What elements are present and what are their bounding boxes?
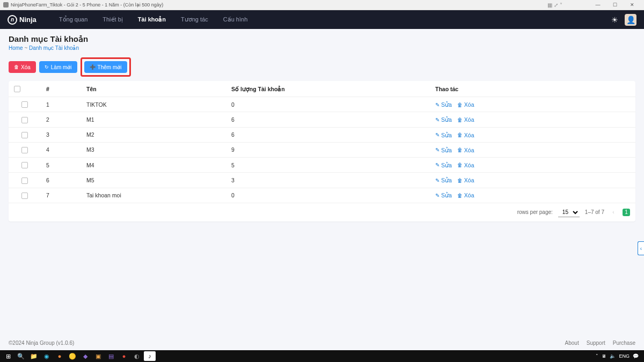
edit-action[interactable]: ✎Sửa <box>435 132 452 138</box>
row-qty: 3 <box>226 173 430 188</box>
search-icon[interactable]: 🔍 <box>15 351 27 361</box>
delete-action[interactable]: 🗑Xóa <box>457 147 474 153</box>
delete-action[interactable]: 🗑Xóa <box>457 177 474 183</box>
select-all-checkbox[interactable] <box>14 86 20 92</box>
maximize-button[interactable]: ☐ <box>606 2 624 8</box>
row-checkbox[interactable] <box>21 193 28 199</box>
edit-action[interactable]: ✎Sửa <box>435 147 452 153</box>
edit-action[interactable]: ✎Sửa <box>435 192 452 198</box>
footer-copyright: ©2024 Ninja Group (v1.0.6) <box>9 340 74 346</box>
delete-action[interactable]: 🗑Xóa <box>457 101 474 108</box>
row-name: M4 <box>81 158 226 173</box>
tray-chevron-icon[interactable]: ˄ <box>596 353 598 359</box>
row-checkbox[interactable] <box>21 178 28 184</box>
firefox-icon[interactable]: ● <box>54 351 65 361</box>
row-checkbox[interactable] <box>21 101 28 108</box>
row-num: 6 <box>41 173 81 188</box>
delete-label: Xóa <box>464 162 474 168</box>
row-name: M3 <box>81 142 226 157</box>
app5-icon[interactable]: ◐ <box>131 351 143 361</box>
add-button-label: Thêm mới <box>98 64 122 70</box>
edit-label: Sửa <box>441 101 452 108</box>
edge-icon[interactable]: ◉ <box>41 351 53 361</box>
table-row: 3M26✎Sửa🗑Xóa <box>9 127 635 142</box>
breadcrumb-home[interactable]: Home <box>9 45 23 51</box>
footer-support[interactable]: Support <box>587 340 605 346</box>
brand-logo[interactable]: n Ninja <box>8 15 36 25</box>
app6-icon[interactable]: ♪ <box>144 351 156 361</box>
trash-icon: 🗑 <box>457 162 463 168</box>
rows-per-page-select[interactable]: 15 <box>558 208 580 217</box>
row-qty: 0 <box>226 97 430 112</box>
footer-purchase[interactable]: Purchase <box>613 340 635 346</box>
explorer-icon[interactable]: 📁 <box>28 351 40 361</box>
main-content: Danh mục Tài khoản Home ~ Danh mục Tài k… <box>0 29 644 335</box>
row-num: 2 <box>41 112 81 127</box>
start-icon[interactable]: ⊞ <box>2 351 14 361</box>
system-tray: ˄ 🖥 🔈 ENG 💬 <box>596 353 642 359</box>
delete-action[interactable]: 🗑Xóa <box>457 132 474 138</box>
tray-lang[interactable]: ENG <box>619 353 630 359</box>
delete-button-label: Xóa <box>21 64 31 70</box>
delete-action[interactable]: 🗑Xóa <box>457 162 474 168</box>
edit-label: Sửa <box>441 147 452 153</box>
app3-icon[interactable]: ▤ <box>105 351 117 361</box>
data-card: # Tên Số lượng Tài khoản Thao tác 1TIKTO… <box>9 81 635 221</box>
chrome-icon[interactable]: 🟡 <box>67 351 78 361</box>
window-title-text: NinjaPhoneFarm_Tiktok - Gói 2 - 5 Phone … <box>11 2 163 8</box>
app-footer: ©2024 Ninja Group (v1.0.6) About Support… <box>0 335 644 350</box>
nav-accounts[interactable]: Tài khoản <box>138 16 166 23</box>
delete-label: Xóa <box>464 116 474 123</box>
delete-label: Xóa <box>464 101 474 108</box>
tray-network-icon[interactable]: 🖥 <box>602 353 606 359</box>
trash-icon: 🗑 <box>457 193 463 198</box>
refresh-button[interactable]: ↻ Làm mới <box>39 61 77 73</box>
delete-action[interactable]: 🗑Xóa <box>457 116 474 123</box>
row-name: M1 <box>81 112 226 127</box>
side-expand-tab[interactable]: ‹ <box>638 241 644 255</box>
row-num: 1 <box>41 97 81 112</box>
trash-icon: 🗑 <box>457 117 463 123</box>
tray-speaker-icon[interactable]: 🔈 <box>610 353 616 359</box>
close-button[interactable]: ✕ <box>624 2 641 8</box>
header-actions: Thao tác <box>430 81 635 97</box>
tray-notifications-icon[interactable]: 💬 <box>633 353 639 359</box>
row-qty: 6 <box>226 127 430 142</box>
row-checkbox[interactable] <box>21 147 28 153</box>
row-checkbox[interactable] <box>21 132 28 138</box>
row-checkbox[interactable] <box>21 162 28 168</box>
edit-action[interactable]: ✎Sửa <box>435 101 452 108</box>
brand-name: Ninja <box>19 16 36 24</box>
delete-action[interactable]: 🗑Xóa <box>457 192 474 198</box>
nav-config[interactable]: Cấu hình <box>223 16 248 23</box>
table-row: 7Tai khoan moi0✎Sửa🗑Xóa <box>9 188 635 203</box>
app2-icon[interactable]: ▣ <box>92 351 104 361</box>
page-1-button[interactable]: 1 <box>623 209 630 216</box>
app1-icon[interactable]: ◆ <box>79 351 91 361</box>
logo-icon: n <box>8 15 17 25</box>
app4-icon[interactable]: ● <box>118 351 130 361</box>
row-checkbox[interactable] <box>21 117 28 123</box>
nav-overview[interactable]: Tổng quan <box>59 16 87 23</box>
delete-button[interactable]: 🗑 Xóa <box>9 61 36 73</box>
row-name: Tai khoan moi <box>81 188 226 203</box>
minimize-button[interactable]: — <box>589 2 606 8</box>
footer-about[interactable]: About <box>565 340 579 346</box>
theme-toggle-icon[interactable]: ☀ <box>611 16 618 24</box>
nav-interact[interactable]: Tương tác <box>181 16 208 23</box>
edit-icon: ✎ <box>435 147 440 153</box>
nav-devices[interactable]: Thiết bị <box>103 16 123 23</box>
row-qty: 0 <box>226 188 430 203</box>
add-button[interactable]: ➕ Thêm mới <box>84 61 127 73</box>
pagination-range: 1–7 of 7 <box>585 209 604 215</box>
window-title-bar: NinjaPhoneFarm_Tiktok - Gói 2 - 5 Phone … <box>0 0 644 10</box>
edit-action[interactable]: ✎Sửa <box>435 177 452 183</box>
row-num: 4 <box>41 142 81 157</box>
edit-action[interactable]: ✎Sửa <box>435 116 452 123</box>
user-avatar[interactable]: 👤 <box>625 14 636 26</box>
grid-icon[interactable]: ▦ ⤢ ˅ <box>547 2 562 8</box>
header-num: # <box>41 81 81 97</box>
prev-page-button[interactable]: ‹ <box>610 209 617 216</box>
edit-action[interactable]: ✎Sửa <box>435 162 452 168</box>
row-name: M5 <box>81 173 226 188</box>
